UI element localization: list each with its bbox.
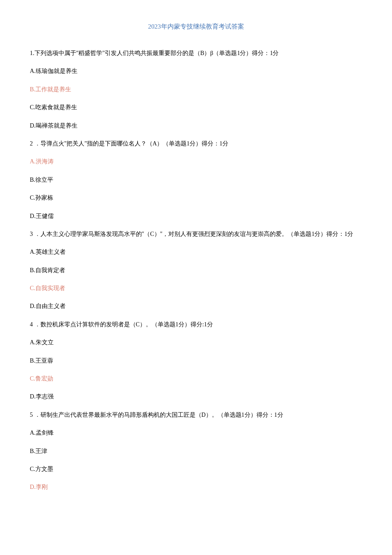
option-a: A.洪海涛 [30,157,362,166]
option-b: B.工作就是养生 [30,85,362,94]
option-a: A.孟剑锋 [30,428,362,438]
document-title: 2023年内蒙专技继续教育考试答案 [30,21,362,32]
option-b: B.王亚蓉 [30,356,362,366]
option-a: A.朱文立 [30,338,362,347]
question-block: 4 ．数控机床零点计算软件的发明者是（C）。（单选题1分）得分:1分 A.朱文立… [30,320,362,402]
question-stem: 3 ．人本主义心理学家马斯洛发现高水平的"（C）"，对别人有更强烈更深刻的友谊与… [30,230,362,239]
option-c: C.孙家栋 [30,193,362,203]
option-b: B.徐立平 [30,175,362,185]
question-stem: 1.下列选项中属于"稻盛哲学"引发人们共鸣共振最重要部分的是（B）β（单选题1分… [30,49,362,58]
option-d: D.李志强 [30,392,362,401]
question-stem: 5 ．研制生产出代表世界最新水平的马蹄形盾构机的大国工匠是（D）。（单选题1分）… [30,410,362,420]
option-b: B.王津 [30,447,362,456]
option-d: D.李刚 [30,482,362,492]
option-c: C.吃素食就是养生 [30,103,362,112]
question-stem: 4 ．数控机床零点计算软件的发明者是（C）。（单选题1分）得分:1分 [30,320,362,329]
question-block: 3 ．人本主义心理学家马斯洛发现高水平的"（C）"，对别人有更强烈更深刻的友谊与… [30,230,362,311]
option-d: D.王健儒 [30,212,362,221]
option-d: D.喝禅茶就是养生 [30,121,362,131]
option-c: C.自我实现者 [30,284,362,293]
option-c: C.鲁宏勋 [30,374,362,384]
option-c: C.方文墨 [30,465,362,474]
option-a: A.练瑜伽就是养生 [30,67,362,76]
option-d: D.自由主义者 [30,302,362,311]
question-block: 1.下列选项中属于"稻盛哲学"引发人们共鸣共振最重要部分的是（B）β（单选题1分… [30,49,362,131]
question-block: 5 ．研制生产出代表世界最新水平的马蹄形盾构机的大国工匠是（D）。（单选题1分）… [30,410,362,492]
question-stem: 2 ．导弹点火"把关人"指的是下面哪位名人？（A）（单选题1分）得分：1分 [30,139,362,148]
option-b: B.自我肯定者 [30,266,362,275]
question-block: 2 ．导弹点火"把关人"指的是下面哪位名人？（A）（单选题1分）得分：1分 A.… [30,139,362,221]
option-a: A.英雄主义者 [30,247,362,257]
